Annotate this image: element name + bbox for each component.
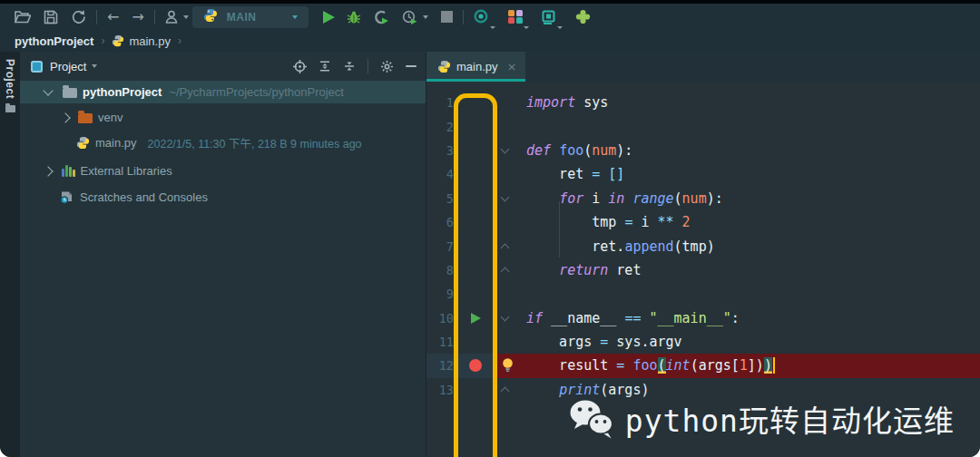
tool-window-icon[interactable] — [542, 7, 563, 27]
code-line[interactable]: 6 tmp = i ** 2 — [426, 210, 980, 234]
editor-gutter[interactable]: 2 — [426, 114, 497, 138]
tree-row-scratches[interactable]: Scratches and Consoles — [20, 186, 426, 209]
code-line[interactable]: 11 args = sys.argv — [426, 330, 980, 354]
run-button[interactable] — [323, 7, 335, 27]
debug-button[interactable] — [347, 7, 361, 27]
tree-root-path: ~/PycharmProjects/pythonProject — [169, 85, 344, 99]
code-text[interactable]: if __name__ == "__main__": — [512, 306, 980, 330]
code-line[interactable]: 8 return ret — [426, 258, 980, 282]
editor-gutter[interactable]: 7 — [426, 234, 497, 258]
breadcrumb-file[interactable]: main.py — [112, 34, 171, 48]
code-line[interactable]: 5 for i in range(num): — [426, 187, 980, 210]
tree-row-root[interactable]: pythonProject ~/PycharmProjects/pythonPr… — [20, 81, 426, 103]
editor-gutter[interactable]: 3 — [426, 139, 497, 162]
code-line[interactable]: 2 — [426, 114, 980, 138]
stop-button[interactable] — [441, 7, 453, 27]
run-config-selector[interactable]: MAIN — [192, 6, 309, 28]
code-text[interactable]: args = sys.argv — [512, 330, 980, 354]
stripe-project-tab[interactable]: Project — [4, 59, 16, 99]
breadcrumb-project[interactable]: pythonProject — [15, 34, 93, 48]
code-text[interactable]: ret = [] — [512, 162, 980, 186]
line-number: 11 — [426, 335, 454, 349]
panel-separator — [368, 59, 368, 73]
locate-file-icon[interactable] — [293, 60, 307, 73]
tool-window-stripe: Project — [0, 52, 20, 457]
python-file-icon — [437, 60, 451, 73]
code-text[interactable]: result = foo(int(args[1])) — [512, 354, 980, 377]
forward-button[interactable]: → — [132, 7, 143, 27]
editor-gutter[interactable]: 10 — [426, 306, 497, 330]
save-icon[interactable] — [44, 7, 58, 27]
code-line[interactable]: 9 — [426, 282, 980, 306]
code-text[interactable]: import sys — [512, 91, 980, 114]
editor-gutter[interactable]: 11 — [426, 330, 497, 354]
tree-row-venv[interactable]: venv — [20, 106, 426, 129]
user-icon[interactable] — [165, 7, 189, 27]
code-line[interactable]: 4 ret = [] — [426, 162, 980, 186]
sync-icon[interactable] — [71, 7, 86, 27]
fold-icon[interactable] — [500, 243, 509, 252]
tree-external-label: External Libraries — [81, 164, 172, 178]
watermark: python玩转自动化运维 — [567, 397, 955, 441]
chevron-down-icon[interactable] — [92, 64, 97, 68]
code-text[interactable]: return ret — [512, 258, 980, 282]
run-line-icon[interactable] — [471, 313, 481, 324]
breakpoint-icon[interactable] — [469, 359, 482, 372]
fold-icon[interactable] — [500, 192, 509, 201]
code-text[interactable]: tmp = i ** 2 — [512, 210, 980, 234]
expand-all-icon[interactable] — [318, 60, 331, 73]
chevron-down-icon — [183, 15, 189, 19]
fold-icon[interactable] — [500, 312, 509, 321]
open-folder-icon[interactable] — [15, 7, 31, 27]
fold-icon[interactable] — [500, 386, 509, 395]
tree-row-main-py[interactable]: main.py 2022/1/5, 11:30 下午, 218 B 9 minu… — [20, 131, 426, 154]
code-text[interactable] — [512, 282, 980, 306]
fold-icon[interactable] — [500, 267, 509, 276]
tree-row-external-libraries[interactable]: External Libraries — [20, 160, 426, 182]
code-text[interactable]: ret.append(tmp) — [512, 234, 980, 258]
editor-gutter[interactable]: 4 — [426, 162, 497, 186]
intention-bulb-icon[interactable] — [501, 357, 514, 376]
project-panel-title[interactable]: Project — [50, 60, 86, 73]
code-line[interactable]: 10if __name__ == "__main__": — [426, 306, 980, 330]
services-icon[interactable] — [508, 7, 529, 27]
code-line[interactable]: 3def foo(num): — [426, 139, 980, 162]
editor-body[interactable]: 1import sys23def foo(num):4 ret = []5 fo… — [426, 82, 980, 457]
profiler-circle-icon[interactable] — [474, 7, 495, 27]
code-line[interactable]: 12 result = foo(int(args[1])) — [426, 354, 980, 377]
editor-gutter[interactable]: 9 — [426, 282, 497, 306]
libraries-icon — [62, 165, 75, 177]
hide-panel-icon[interactable] — [406, 65, 416, 67]
back-button[interactable]: ← — [107, 7, 119, 27]
line-number: 8 — [426, 263, 454, 277]
close-icon[interactable]: × — [507, 60, 517, 73]
plugins-icon[interactable] — [575, 7, 591, 27]
toolbar-separator — [96, 10, 97, 24]
editor-gutter[interactable]: 12 — [426, 354, 497, 377]
coverage-button[interactable] — [374, 7, 389, 27]
tree-venv-label: venv — [98, 111, 122, 124]
fold-icon[interactable] — [500, 145, 509, 154]
code-text[interactable]: for i in range(num): — [512, 187, 980, 210]
gear-icon[interactable] — [380, 60, 394, 73]
chevron-down-icon — [524, 26, 529, 29]
code-line[interactable]: 7 ret.append(tmp) — [426, 234, 980, 258]
collapse-all-icon[interactable] — [343, 60, 356, 73]
breadcrumb-separator: › — [178, 34, 181, 47]
tab-main-py[interactable]: main.py × — [426, 52, 525, 82]
project-tool-icon[interactable] — [5, 105, 15, 112]
code-text[interactable]: def foo(num): — [512, 139, 980, 162]
code-text[interactable] — [512, 114, 980, 138]
editor-gutter[interactable]: 8 — [426, 258, 497, 282]
editor-gutter[interactable]: 1 — [426, 91, 497, 114]
chevron-right-icon[interactable] — [43, 166, 53, 176]
breadcrumb-separator: › — [101, 34, 104, 47]
editor-gutter[interactable]: 13 — [426, 378, 497, 402]
chevron-right-icon[interactable] — [60, 112, 70, 122]
profiler-button[interactable] — [402, 7, 428, 27]
chevron-down-icon[interactable] — [43, 85, 53, 95]
code-line[interactable]: 1import sys — [426, 91, 980, 114]
editor-gutter[interactable]: 6 — [426, 210, 497, 234]
line-number: 5 — [426, 191, 454, 206]
editor-gutter[interactable]: 5 — [426, 187, 497, 210]
